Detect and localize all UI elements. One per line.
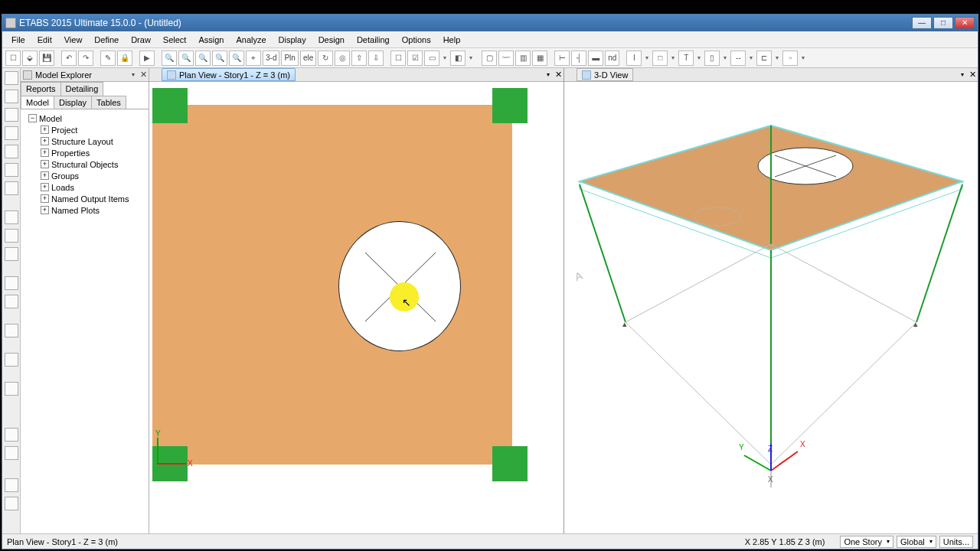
dropdown-1[interactable]: ▾: [441, 51, 449, 66]
3d-view-canvas[interactable]: ▴ ▴ X Y Z X A: [564, 82, 978, 533]
zoom-in-button[interactable]: 🔍: [212, 51, 227, 66]
zoom-out-button[interactable]: 🔍: [229, 51, 244, 66]
reshape-tool[interactable]: [5, 90, 18, 103]
snap1-tool[interactable]: [5, 478, 18, 492]
plan-view-close[interactable]: ✕: [553, 70, 564, 80]
save-button[interactable]: 💾: [39, 51, 54, 66]
maximize-button[interactable]: □: [933, 17, 953, 29]
dd-t[interactable]: ▾: [695, 51, 703, 66]
table-button[interactable]: ▦: [532, 51, 547, 66]
beam-tool[interactable]: [5, 126, 18, 140]
cube-button[interactable]: ◧: [450, 51, 466, 66]
new-button[interactable]: ☐: [5, 51, 21, 66]
3d-view-tab[interactable]: 3-D View: [577, 68, 633, 81]
brace-tool[interactable]: [5, 145, 18, 158]
minimize-button[interactable]: —: [912, 17, 932, 29]
rotate-button[interactable]: ↻: [318, 51, 333, 66]
tree-structure-layout[interactable]: +Structure Layout: [22, 135, 147, 147]
redo-button[interactable]: ↷: [78, 51, 93, 66]
menu-design[interactable]: Design: [312, 34, 351, 46]
dd-d[interactable]: ▾: [747, 51, 755, 66]
support-tool[interactable]: [5, 324, 18, 337]
dd-c[interactable]: ▾: [773, 51, 781, 66]
menu-draw[interactable]: Draw: [125, 34, 157, 46]
dim2-button[interactable]: ┤: [571, 51, 586, 66]
tree-structural-objects[interactable]: +Structural Objects: [22, 158, 147, 170]
grid-tool[interactable]: [5, 382, 18, 396]
dd-s1[interactable]: ▾: [669, 51, 677, 66]
rect-tool[interactable]: [5, 229, 18, 243]
menu-help[interactable]: Help: [437, 34, 467, 46]
ibeam-button[interactable]: I: [626, 51, 642, 66]
tree-groups[interactable]: +Groups: [22, 170, 147, 181]
coordsys-select[interactable]: Global▾: [897, 536, 936, 548]
tab-tables[interactable]: Tables: [91, 96, 126, 109]
menu-display[interactable]: Display: [273, 34, 312, 46]
close-button[interactable]: ✕: [955, 17, 975, 29]
all-snap-tool[interactable]: [5, 428, 18, 442]
tree-properties[interactable]: +Properties: [22, 147, 147, 158]
cee-button[interactable]: ⊏: [756, 51, 772, 66]
explorer-dropdown[interactable]: ▾: [129, 71, 138, 78]
3d-view-dropdown[interactable]: ▾: [958, 71, 967, 78]
menu-select[interactable]: Select: [157, 34, 193, 46]
plan-view-tab[interactable]: Plan View - Story1 - Z = 3 (m): [162, 68, 296, 81]
view-3d-button[interactable]: 3-d: [263, 51, 279, 66]
plan-view-canvas[interactable]: ↖ Y X: [149, 82, 564, 533]
plan-tool[interactable]: [5, 295, 18, 308]
dim1-button[interactable]: ⊢: [554, 51, 570, 66]
undo-button[interactable]: ↶: [61, 51, 77, 66]
menu-options[interactable]: Options: [396, 34, 437, 46]
pointer-tool[interactable]: [5, 71, 18, 85]
zoom-extents-button[interactable]: 🔍: [178, 51, 194, 66]
sq2-button[interactable]: ▯: [704, 51, 720, 66]
model-tree[interactable]: −Model +Project +Structure Layout +Prope…: [21, 109, 149, 533]
menu-analyze[interactable]: Analyze: [230, 34, 272, 46]
bars-button[interactable]: ▥: [515, 51, 531, 66]
perspective-button[interactable]: ◎: [335, 51, 350, 66]
tree-named-output[interactable]: +Named Output Items: [22, 193, 147, 204]
tee-button[interactable]: T: [678, 51, 694, 66]
dropdown-2[interactable]: ▾: [467, 51, 475, 66]
column-tool[interactable]: [5, 181, 18, 195]
menu-assign[interactable]: Assign: [192, 34, 230, 46]
dim-tool[interactable]: [5, 353, 18, 367]
tab-display[interactable]: Display: [54, 96, 92, 109]
down-story-button[interactable]: ⇩: [368, 51, 384, 66]
dash-button[interactable]: --: [730, 51, 746, 66]
dd-s3[interactable]: ▾: [799, 51, 807, 66]
3d-view-close[interactable]: ✕: [967, 70, 978, 80]
wall-tool[interactable]: [5, 247, 18, 261]
tree-root[interactable]: −Model: [22, 112, 147, 124]
frame-button[interactable]: ▢: [482, 51, 497, 66]
explorer-close[interactable]: ✕: [138, 70, 149, 80]
menu-view[interactable]: View: [58, 34, 89, 46]
object-button[interactable]: ☐: [390, 51, 406, 66]
line-tool[interactable]: [5, 108, 18, 122]
assign-button[interactable]: ▭: [424, 51, 439, 66]
story-select[interactable]: One Story▾: [840, 536, 893, 548]
wave-button[interactable]: 〰: [498, 51, 514, 66]
explorer-titlebar[interactable]: Model Explorer ▾ ✕: [21, 68, 149, 82]
units-button[interactable]: Units...: [939, 536, 973, 548]
run-button[interactable]: ▶: [139, 51, 155, 66]
pan-button[interactable]: ⌖: [246, 51, 261, 66]
check-button[interactable]: ☑: [407, 51, 423, 66]
menu-edit[interactable]: Edit: [31, 34, 58, 46]
open-button[interactable]: ⬙: [22, 51, 38, 66]
zoom-prev-button[interactable]: 🔍: [195, 51, 211, 66]
secbeam-tool[interactable]: [5, 163, 18, 177]
menu-detailing[interactable]: Detailing: [351, 34, 396, 46]
plan-view-dropdown[interactable]: ▾: [544, 71, 553, 78]
menu-file[interactable]: File: [5, 34, 31, 46]
tree-project[interactable]: +Project: [22, 124, 147, 135]
snap2-tool[interactable]: [5, 497, 18, 510]
tab-model[interactable]: Model: [21, 96, 54, 109]
dd-i[interactable]: ▾: [643, 51, 651, 66]
menu-define[interactable]: Define: [88, 34, 125, 46]
refresh-button[interactable]: ✎: [100, 51, 116, 66]
area-tool[interactable]: [5, 210, 18, 224]
tab-reports[interactable]: Reports: [21, 82, 61, 96]
nd-button[interactable]: nd: [605, 51, 619, 66]
up-story-button[interactable]: ⇧: [351, 51, 367, 66]
